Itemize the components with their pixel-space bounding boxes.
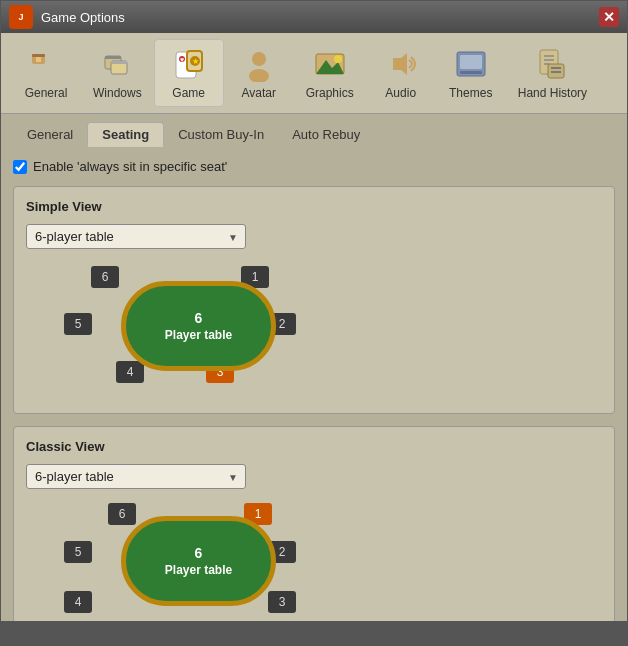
close-button[interactable]: ✕ xyxy=(599,7,619,27)
title-bar: J Game Options ✕ xyxy=(1,1,627,33)
svg-marker-18 xyxy=(393,53,407,75)
nav-label-themes: Themes xyxy=(449,86,492,100)
simple-table-area: 6 1 5 2 4 3 6 Player table xyxy=(56,261,602,401)
svg-rect-1 xyxy=(32,54,45,57)
always-sit-row: Enable 'always sit in specific seat' xyxy=(13,159,615,174)
classic-view-title: Classic View xyxy=(26,439,602,454)
nav-item-game[interactable]: ♥ ★ Game xyxy=(154,39,224,107)
sub-tab-seating[interactable]: Seating xyxy=(87,122,164,147)
classic-view-dropdown[interactable]: 6-player table 9-player table 2-player t… xyxy=(26,464,246,489)
avatar-icon xyxy=(241,46,277,82)
classic-seat-5[interactable]: 5 xyxy=(64,541,92,563)
content-area: Enable 'always sit in specific seat' Sim… xyxy=(1,147,627,621)
classic-table-label: Player table xyxy=(165,563,232,577)
nav-label-general: General xyxy=(25,86,68,100)
classic-poker-table: 6 Player table xyxy=(121,516,276,606)
sub-tab-custom-buyin[interactable]: Custom Buy-In xyxy=(164,123,278,146)
app-logo: J xyxy=(9,5,33,29)
simple-view-dropdown-row: 6-player table 9-player table 2-player t… xyxy=(26,224,602,249)
simple-view-dropdown[interactable]: 6-player table 9-player table 2-player t… xyxy=(26,224,246,249)
sub-tab-general[interactable]: General xyxy=(13,123,87,146)
classic-table-area: 6 1 5 2 4 3 6 Player table xyxy=(56,501,602,621)
status-bar xyxy=(1,621,627,645)
nav-bar: General Windows ♥ xyxy=(1,33,627,114)
simple-table-number: 6 xyxy=(195,310,203,326)
classic-view-box: Classic View 6-player table 9-player tab… xyxy=(13,426,615,621)
svg-point-17 xyxy=(334,55,342,63)
simple-table-label: Player table xyxy=(165,328,232,342)
nav-item-avatar[interactable]: Avatar xyxy=(224,40,294,106)
always-sit-checkbox[interactable] xyxy=(13,160,27,174)
simple-poker-table: 6 Player table xyxy=(121,281,276,371)
simple-view-dropdown-wrapper: 6-player table 9-player table 2-player t… xyxy=(26,224,246,249)
classic-seat-4[interactable]: 4 xyxy=(64,591,92,613)
window-title: Game Options xyxy=(41,10,599,25)
audio-icon xyxy=(383,46,419,82)
nav-item-windows[interactable]: Windows xyxy=(81,40,154,106)
nav-label-graphics: Graphics xyxy=(306,86,354,100)
nav-item-hand-history[interactable]: Hand History xyxy=(506,40,599,106)
simple-seat-5[interactable]: 5 xyxy=(64,313,92,335)
hand-history-icon xyxy=(534,46,570,82)
classic-view-dropdown-row: 6-player table 9-player table 2-player t… xyxy=(26,464,602,489)
nav-item-general[interactable]: General xyxy=(11,40,81,106)
svg-rect-2 xyxy=(36,57,41,62)
simple-seat-4[interactable]: 4 xyxy=(116,361,144,383)
svg-text:★: ★ xyxy=(191,57,198,66)
svg-point-13 xyxy=(252,52,266,66)
svg-point-14 xyxy=(249,69,269,82)
svg-rect-6 xyxy=(111,61,127,64)
classic-seat-6[interactable]: 6 xyxy=(108,503,136,525)
svg-rect-20 xyxy=(460,55,482,69)
nav-label-windows: Windows xyxy=(93,86,142,100)
simple-view-title: Simple View xyxy=(26,199,602,214)
classic-view-dropdown-wrapper: 6-player table 9-player table 2-player t… xyxy=(26,464,246,489)
classic-seat-3[interactable]: 3 xyxy=(268,591,296,613)
svg-text:♥: ♥ xyxy=(180,56,184,63)
always-sit-label: Enable 'always sit in specific seat' xyxy=(33,159,227,174)
general-icon xyxy=(28,46,64,82)
windows-icon xyxy=(99,46,135,82)
nav-item-graphics[interactable]: Graphics xyxy=(294,40,366,106)
simple-seat-6[interactable]: 6 xyxy=(91,266,119,288)
svg-rect-26 xyxy=(548,64,564,78)
sub-tabs: General Seating Custom Buy-In Auto Rebuy xyxy=(1,114,627,147)
nav-label-game: Game xyxy=(172,86,205,100)
simple-view-box: Simple View 6-player table 9-player tabl… xyxy=(13,186,615,414)
svg-rect-4 xyxy=(105,56,121,59)
nav-label-avatar: Avatar xyxy=(241,86,275,100)
nav-label-audio: Audio xyxy=(385,86,416,100)
svg-rect-21 xyxy=(460,71,482,74)
nav-label-hand-history: Hand History xyxy=(518,86,587,100)
game-options-window: J Game Options ✕ General xyxy=(0,0,628,646)
graphics-icon xyxy=(312,46,348,82)
nav-item-audio[interactable]: Audio xyxy=(366,40,436,106)
game-icon: ♥ ★ xyxy=(171,46,207,82)
classic-table-number: 6 xyxy=(195,545,203,561)
sub-tab-auto-rebuy[interactable]: Auto Rebuy xyxy=(278,123,374,146)
themes-icon xyxy=(453,46,489,82)
nav-item-themes[interactable]: Themes xyxy=(436,40,506,106)
